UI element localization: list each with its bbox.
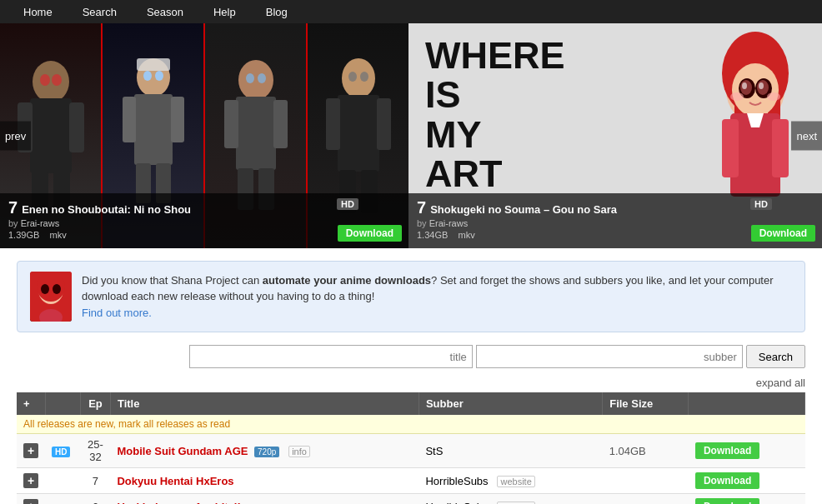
hero-right-hd-badge: HD	[750, 198, 772, 210]
releases-table-area: expand all + Ep Title Subber File Size A…	[17, 377, 805, 504]
new-releases-text: All releases are new, mark all releases …	[17, 415, 805, 434]
next-button[interactable]: next	[791, 122, 822, 151]
svg-rect-19	[224, 100, 238, 148]
col-filesize: File Size	[603, 392, 689, 415]
title-link-row-2[interactable]: Dokyuu Hentai HxEros	[117, 475, 233, 487]
website-link-row-3[interactable]: website	[497, 502, 534, 505]
subber-row-1: StS	[419, 434, 602, 468]
svg-rect-1	[30, 98, 72, 173]
col-ep: Ep	[80, 392, 110, 415]
subber-row-2: HorribleSubs website	[419, 468, 602, 494]
hero-right-number: 7	[417, 198, 426, 217]
svg-rect-11	[171, 97, 184, 142]
svg-point-42	[742, 82, 747, 89]
info-text: Did you know that Shana Project can auto…	[82, 272, 792, 322]
nav-season[interactable]: Season	[132, 6, 198, 18]
svg-rect-9	[134, 94, 173, 165]
filesize-row-2	[603, 468, 689, 494]
download-button-row-1[interactable]: Download	[695, 442, 759, 459]
table-row: + HD 25-32 Mobile Suit Gundam AGE 720p i…	[17, 434, 805, 468]
hero-right-download-button[interactable]: Download	[751, 225, 815, 242]
nav-search[interactable]: Search	[68, 6, 132, 18]
svg-point-15	[155, 71, 163, 81]
col-plus: +	[17, 392, 45, 415]
hero-right-title[interactable]: Shokugeki no Souma – Gou no Sara	[430, 203, 617, 216]
prev-button[interactable]: prev	[0, 122, 31, 151]
svg-point-14	[143, 71, 152, 81]
subber-row-3: HorribleSubs website	[419, 494, 602, 505]
svg-rect-10	[123, 97, 136, 142]
info-avatar	[30, 272, 72, 322]
title-row-3: Uzaki-chan wa Asobitai!	[110, 494, 419, 505]
svg-point-45	[767, 92, 780, 101]
svg-rect-28	[377, 98, 391, 150]
title-row-1: Mobile Suit Gundam AGE 720p info	[110, 434, 419, 468]
svg-rect-3	[69, 102, 84, 152]
hero-left-download-button[interactable]: Download	[338, 225, 402, 242]
new-releases-row: All releases are new, mark all releases …	[17, 415, 805, 434]
filesize-row-1: 1.04GB	[603, 434, 689, 468]
find-out-more-link[interactable]: Find out more.	[82, 307, 152, 319]
svg-rect-18	[236, 97, 276, 170]
table-row: + 7 Dokyuu Hentai HxEros HorribleSubs we…	[17, 468, 805, 494]
search-subber-input[interactable]	[476, 345, 743, 368]
search-button[interactable]: Search	[746, 345, 805, 368]
search-title-input[interactable]	[189, 345, 473, 368]
res-badge-row-1: 720p	[254, 447, 279, 457]
title-link-row-1[interactable]: Mobile Suit Gundam AGE	[117, 445, 248, 457]
info-link-row-1[interactable]: info	[288, 446, 310, 457]
hero-slider: prev	[0, 23, 822, 248]
expand-row-2-button[interactable]: +	[23, 473, 38, 488]
col-empty	[45, 392, 80, 415]
hero-right: WHEREISMYART 7 Shokugeki no Souma – Gou …	[408, 23, 822, 248]
svg-point-43	[759, 82, 764, 89]
info-banner: Did you know that Shana Project can auto…	[17, 261, 805, 332]
svg-point-17	[238, 60, 273, 100]
svg-rect-26	[338, 95, 379, 172]
search-area: Search	[17, 345, 805, 368]
svg-point-44	[730, 92, 744, 101]
svg-point-32	[360, 72, 368, 82]
website-link-row-2[interactable]: website	[497, 476, 534, 487]
expand-row-3-button[interactable]: +	[23, 499, 38, 504]
hero-right-overlay: 7 Shokugeki no Souma – Gou no Sara by Er…	[408, 193, 822, 248]
svg-point-54	[53, 284, 61, 294]
hero-right-art-text: WHEREISMYART	[425, 36, 565, 193]
hd-badge-row-1: HD	[52, 447, 70, 457]
col-title: Title	[110, 392, 419, 415]
svg-point-52	[37, 272, 65, 302]
ep-row-3: 6	[80, 494, 110, 505]
expand-row-1-button[interactable]: +	[23, 443, 38, 458]
svg-rect-48	[772, 119, 789, 177]
releases-table: + Ep Title Subber File Size All releases…	[17, 392, 805, 504]
svg-point-53	[41, 284, 49, 294]
ep-row-2: 7	[80, 468, 110, 494]
download-button-row-2[interactable]: Download	[695, 472, 759, 489]
table-row: + 6 Uzaki-chan wa Asobitai! HorribleSubs…	[17, 494, 805, 505]
ep-row-1: 25-32	[80, 434, 110, 468]
svg-point-23	[246, 73, 254, 83]
nav-help[interactable]: Help	[198, 6, 251, 18]
download-button-row-3[interactable]: Download	[695, 498, 759, 504]
expand-all-button[interactable]: expand all	[17, 377, 805, 389]
hero-left-title: Enen no Shouboutai: Ni no Shou	[22, 203, 191, 216]
hero-left-number: 7	[8, 198, 18, 217]
svg-point-0	[33, 61, 69, 102]
svg-rect-16	[137, 58, 170, 71]
col-subber: Subber	[419, 392, 602, 415]
svg-point-6	[40, 74, 50, 86]
hero-left-overlay: 7 Enen no Shouboutai: Ni no Shou by Erai…	[0, 193, 408, 248]
hero-left: 7 Enen no Shouboutai: Ni no Shou by Erai…	[0, 23, 408, 248]
navigation: Home Search Season Help Blog	[0, 0, 822, 23]
col-actions	[689, 392, 805, 415]
svg-point-7	[52, 74, 62, 86]
title-row-2: Dokyuu Hentai HxEros	[110, 468, 419, 494]
filesize-row-3	[603, 494, 689, 505]
nav-home[interactable]: Home	[8, 6, 68, 18]
title-link-row-3[interactable]: Uzaki-chan wa Asobitai!	[117, 501, 240, 505]
svg-point-24	[258, 73, 266, 83]
svg-point-25	[342, 58, 375, 98]
nav-blog[interactable]: Blog	[251, 6, 303, 18]
svg-rect-47	[722, 119, 739, 177]
svg-point-31	[348, 72, 357, 82]
